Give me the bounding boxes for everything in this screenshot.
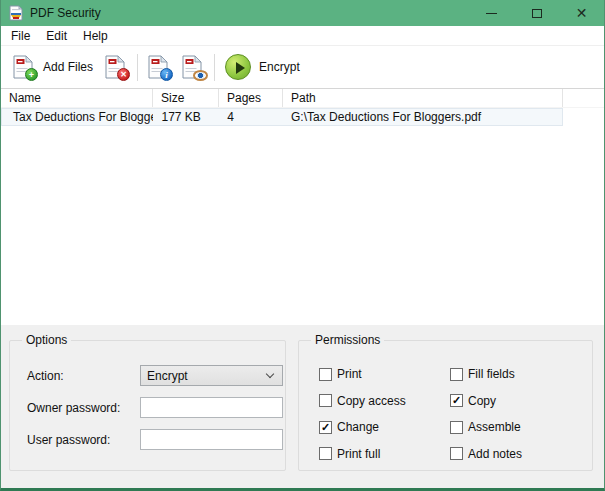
window-title: PDF Security: [30, 6, 101, 20]
permissions-group: Permissions Print Copy access ✓ Change P…: [298, 340, 593, 471]
close-button[interactable]: ✕: [559, 0, 604, 26]
menu-edit[interactable]: Edit: [38, 26, 75, 45]
checkbox-copy[interactable]: ✓ Copy: [450, 394, 590, 408]
maximize-button[interactable]: [514, 0, 559, 26]
checkbox-label: Copy access: [337, 394, 406, 408]
checkbox-box: ✓: [450, 394, 463, 407]
close-icon: ✕: [576, 6, 588, 20]
checkbox-box: ✓: [319, 421, 332, 434]
window-controls: ✕: [469, 0, 604, 26]
checkbox-print[interactable]: Print: [319, 367, 450, 381]
action-selected-value: Encrypt: [147, 369, 188, 383]
checkbox-label: Copy: [468, 394, 496, 408]
checkbox-assemble[interactable]: Assemble: [450, 420, 590, 434]
plus-badge-icon: +: [25, 68, 38, 81]
column-header-path[interactable]: Path: [283, 89, 563, 107]
checkbox-box: [319, 394, 332, 407]
checkbox-change[interactable]: ✓ Change: [319, 420, 450, 434]
menu-help[interactable]: Help: [75, 26, 116, 45]
checkbox-box: [450, 368, 463, 381]
minimize-icon: [486, 13, 497, 14]
app-icon: [8, 5, 24, 21]
titlebar: PDF Security ✕: [1, 0, 604, 26]
eye-badge-icon: [193, 70, 208, 81]
preview-eye-icon: [182, 55, 204, 79]
info-badge-icon: i: [160, 68, 173, 81]
checkbox-copy-access[interactable]: Copy access: [319, 394, 450, 408]
bottom-panel: Options Action: Encrypt Owner password: …: [1, 325, 604, 488]
add-files-button[interactable]: + Add Files: [7, 52, 99, 82]
column-header-size[interactable]: Size: [153, 89, 219, 107]
checkbox-label: Add notes: [468, 447, 522, 461]
checkbox-label: Fill fields: [468, 367, 515, 381]
menubar: File Edit Help: [1, 26, 604, 46]
action-select[interactable]: Encrypt: [140, 365, 283, 386]
remove-file-button[interactable]: ✕: [99, 52, 133, 82]
menu-file[interactable]: File: [3, 26, 38, 45]
options-group-title: Options: [22, 333, 71, 347]
checkbox-label: Assemble: [468, 420, 521, 434]
checkbox-label: Print full: [337, 447, 380, 461]
action-label: Action:: [27, 369, 64, 383]
add-files-label: Add Files: [43, 60, 93, 74]
checkbox-print-full[interactable]: Print full: [319, 447, 450, 461]
permissions-grid: Print Copy access ✓ Change Print full Fi…: [319, 361, 590, 467]
checkbox-box: [450, 447, 463, 460]
column-header-name[interactable]: Name: [1, 89, 153, 107]
file-name-cell: Tax Deductions For Bloggers...: [2, 110, 153, 125]
toolbar-separator: [214, 54, 215, 81]
user-password-label: User password:: [27, 433, 110, 447]
list-header: Name Size Pages Path: [1, 89, 604, 108]
checkbox-box: [450, 421, 463, 434]
chevron-down-icon: [266, 370, 274, 378]
file-name: Tax Deductions For Bloggers...: [13, 110, 153, 124]
maximize-icon: [532, 9, 542, 18]
checkbox-fill-fields[interactable]: Fill fields: [450, 367, 590, 381]
checkbox-label: Change: [337, 420, 379, 434]
add-file-icon: +: [13, 55, 35, 79]
encrypt-button[interactable]: Encrypt: [219, 51, 306, 83]
options-group: Options Action: Encrypt Owner password: …: [9, 340, 286, 471]
checkbox-box: [319, 368, 332, 381]
remove-badge-icon: ✕: [117, 68, 130, 81]
toolbar: + Add Files ✕: [1, 46, 604, 89]
permissions-group-title: Permissions: [311, 333, 384, 347]
remove-file-icon: ✕: [105, 55, 127, 79]
file-info-icon: i: [148, 55, 170, 79]
checkbox-add-notes[interactable]: Add notes: [450, 447, 590, 461]
file-info-button[interactable]: i: [142, 52, 176, 82]
pdf-security-window: PDF Security ✕ File Edit Help: [0, 0, 605, 491]
owner-password-input[interactable]: [140, 397, 283, 418]
checkbox-label: Print: [337, 367, 362, 381]
file-path-cell: G:\Tax Deductions For Bloggers.pdf: [283, 110, 562, 124]
checkbox-box: [319, 447, 332, 460]
encrypt-label: Encrypt: [259, 60, 300, 74]
play-icon: [225, 54, 251, 80]
file-list: Name Size Pages Path Tax Deductions For …: [1, 89, 604, 325]
file-pages-cell: 4: [219, 110, 283, 124]
minimize-button[interactable]: [469, 0, 514, 26]
user-password-input[interactable]: [140, 429, 283, 450]
file-row[interactable]: Tax Deductions For Bloggers... 177 KB 4 …: [1, 108, 563, 126]
preview-file-button[interactable]: [176, 52, 210, 82]
owner-password-label: Owner password:: [27, 401, 120, 415]
file-size-cell: 177 KB: [153, 110, 219, 124]
column-header-pages[interactable]: Pages: [219, 89, 283, 107]
toolbar-separator: [137, 54, 138, 81]
